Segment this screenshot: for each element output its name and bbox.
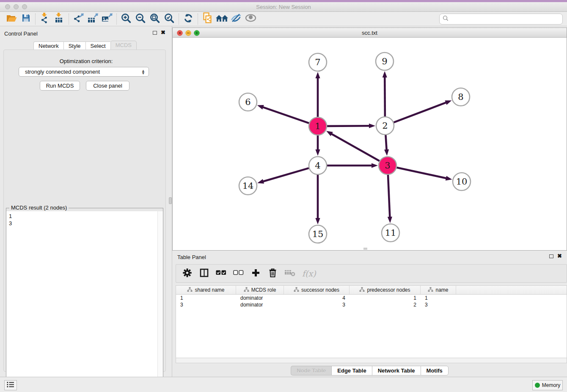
table-scrollbar[interactable] [176, 358, 567, 363]
mcds-result-group: MCDS result (2 nodes) 1 3 [6, 208, 163, 392]
column-label: shared name [195, 287, 224, 293]
import-network-button[interactable] [38, 13, 52, 25]
toolbar-separator [198, 14, 198, 25]
memory-button[interactable]: Memory [532, 380, 563, 390]
edge-2-9[interactable] [385, 76, 385, 116]
criterion-dropdown[interactable]: strongly connected component ▲▼ [19, 67, 149, 77]
tab-edge-table[interactable]: Edge Table [331, 366, 372, 375]
edge-1-6[interactable] [262, 107, 309, 123]
open-session-button[interactable] [4, 13, 19, 25]
tab-style[interactable]: Style [63, 41, 85, 50]
zoom-fit-button[interactable] [148, 13, 162, 25]
zoom-window-button[interactable] [22, 4, 27, 9]
zoom-in-icon [121, 13, 132, 25]
settings-gear-button[interactable] [182, 267, 192, 280]
add-column-icon [251, 268, 260, 279]
edge-3-11[interactable] [388, 175, 390, 218]
panel-divider-handle[interactable] [169, 197, 172, 204]
float-panel-icon[interactable] [153, 31, 157, 35]
close-window-button[interactable] [5, 4, 10, 9]
import-table-button[interactable] [52, 13, 66, 25]
node-label-8: 8 [458, 92, 463, 102]
search-input[interactable] [450, 15, 562, 23]
column-tree-icon [359, 287, 365, 293]
edge-2-8[interactable] [394, 102, 447, 122]
edge-arrow-2-3 [384, 149, 389, 156]
close-panel-button[interactable]: Close panel [86, 81, 129, 91]
column-header-name[interactable]: name [421, 286, 456, 294]
cell-MCDS-role[interactable]: dominator [236, 301, 284, 308]
settings-gear-icon [183, 268, 192, 279]
select-all-button[interactable] [216, 267, 226, 280]
search-box[interactable] [439, 14, 563, 25]
column-label: MCDS role [251, 287, 276, 293]
zoom-out-button[interactable] [133, 13, 148, 25]
cell-name[interactable]: 3 [421, 301, 456, 308]
table-tabs: Node TableEdge TableNetwork TableMotifs [172, 366, 567, 375]
close-panel-icon[interactable]: ✖ [161, 30, 165, 35]
cell-MCDS-role[interactable]: dominator [236, 295, 284, 301]
mcds-result-text[interactable]: 1 3 [6, 211, 157, 392]
table-row[interactable]: 3dominator323 [176, 301, 567, 308]
add-column-button[interactable] [250, 267, 261, 280]
column-visibility-icon [200, 268, 209, 279]
cell-successor-nodes[interactable]: 4 [284, 295, 350, 301]
zoom-in-button[interactable] [119, 13, 133, 25]
clone-network-button[interactable] [200, 13, 215, 25]
node-label-3: 3 [385, 160, 390, 171]
memory-status-icon [535, 383, 540, 388]
float-table-panel-icon[interactable] [549, 254, 553, 258]
column-header-successor-nodes[interactable]: successor nodes [284, 286, 350, 294]
cell-shared-name[interactable]: 3 [176, 301, 236, 308]
hide-selected-button[interactable] [229, 13, 243, 25]
minimize-window-button[interactable] [14, 4, 19, 9]
cell-successor-nodes[interactable]: 3 [284, 301, 350, 308]
zoom-selected-button[interactable] [162, 13, 176, 25]
tab-select[interactable]: Select [85, 41, 110, 50]
node-label-9: 9 [382, 56, 387, 66]
network-window-titlebar[interactable]: scc.txt [173, 28, 567, 38]
delete-column-button[interactable] [267, 267, 278, 280]
control-panel: Control Panel ✖ NetworkStyleSelectMCDS O… [0, 26, 172, 377]
cell-name[interactable]: 1 [421, 295, 456, 301]
tab-network[interactable]: Network [33, 41, 63, 50]
control-panel-title: Control Panel [4, 30, 38, 37]
tab-node-table[interactable]: Node Table [291, 366, 331, 375]
task-history-button[interactable] [4, 380, 17, 390]
column-header-shared-name[interactable]: shared name [176, 286, 236, 294]
cell-shared-name[interactable]: 1 [176, 295, 236, 301]
edge-4-14[interactable] [262, 168, 309, 182]
close-table-panel-icon[interactable]: ✖ [557, 254, 562, 258]
edge-1-2[interactable] [327, 126, 370, 126]
save-session-button[interactable] [19, 13, 33, 25]
column-header-predecessor-nodes[interactable]: predecessor nodes [350, 286, 421, 294]
export-table-button[interactable] [85, 13, 100, 25]
cell-predecessor-nodes[interactable]: 1 [350, 295, 421, 301]
edge-2-3[interactable] [385, 135, 386, 151]
network-canvas[interactable]: 7968124314101511 [173, 38, 567, 250]
run-mcds-button[interactable]: Run MCDS [40, 81, 80, 91]
column-visibility-button[interactable] [199, 267, 209, 280]
network-graph[interactable]: 7968124314101511 [173, 38, 567, 250]
edge-arrow-3-11 [388, 217, 392, 223]
apply-preferred-layout-button[interactable] [181, 13, 195, 25]
node-label-1: 1 [315, 121, 320, 131]
table-row[interactable]: 1dominator411 [176, 295, 567, 301]
tab-network-table[interactable]: Network Table [372, 366, 421, 375]
cell-predecessor-nodes[interactable]: 2 [350, 301, 421, 308]
export-image-button[interactable] [100, 13, 114, 25]
mcds-result-scrollbar[interactable] [157, 211, 163, 392]
edge-arrow-4-14 [257, 179, 264, 184]
network-window-traffic-lights[interactable] [177, 30, 203, 36]
export-network-button[interactable] [71, 13, 85, 25]
column-header-MCDS-role[interactable]: MCDS role [236, 286, 284, 294]
first-neighbors-button[interactable] [215, 13, 229, 25]
deselect-all-button[interactable] [233, 267, 244, 280]
edge-3-10[interactable] [396, 168, 447, 179]
edge-3-1[interactable] [330, 133, 379, 161]
show-all-button[interactable] [243, 13, 258, 25]
tab-motifs[interactable]: Motifs [421, 366, 449, 375]
canvas-scroll-nub[interactable] [363, 248, 367, 250]
table-panel: Table Panel ✖ f(x) shared nameMCDS roles… [172, 252, 567, 377]
tab-mcds[interactable]: MCDS [110, 41, 137, 50]
